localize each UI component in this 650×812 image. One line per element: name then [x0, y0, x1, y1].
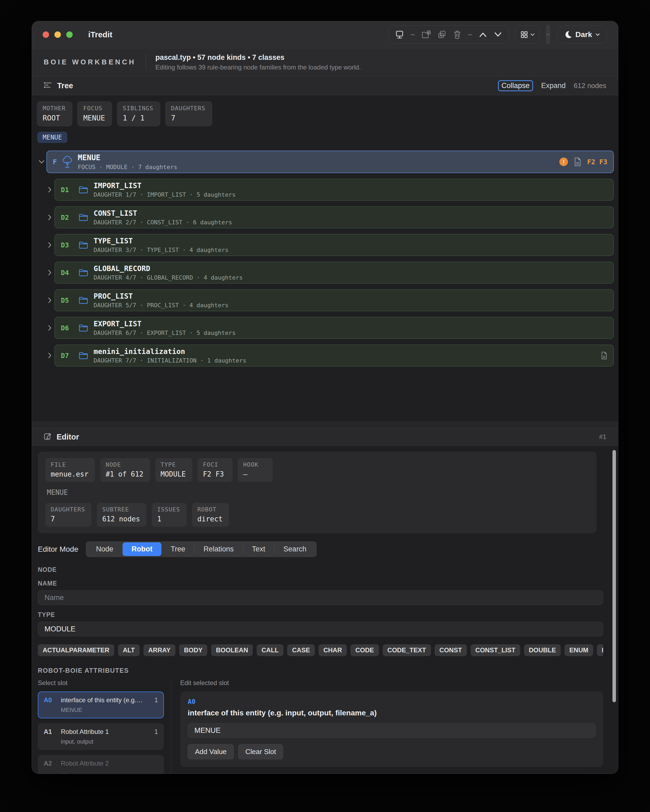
chevron-down-icon: [530, 33, 535, 37]
tree-icon: [62, 156, 72, 168]
type-chip[interactable]: CALL: [257, 644, 283, 656]
folder-icon: [79, 296, 88, 304]
daughter-node-card[interactable]: D6 EXPORT_LIST DAUGHTER 6/7 · EXPORT_LIS…: [55, 317, 614, 339]
theme-label: Dark: [575, 31, 592, 39]
tab-text[interactable]: Text: [243, 542, 275, 556]
stat-daughters: DAUGHTERS 7: [165, 101, 212, 127]
tab-node[interactable]: Node: [87, 542, 123, 556]
editor-panel: FILE menue.esr NODE #1 of 612 TYPE MODUL…: [32, 446, 618, 774]
tree-row-d2: D2 CONST_LIST DAUGHTER 2/7 · CONST_LIST …: [37, 206, 614, 228]
type-chip[interactable]: EXPORT_LIST: [597, 644, 603, 656]
chevron-down-icon[interactable]: [494, 31, 502, 38]
daughter-node-card[interactable]: D7 menini_initialization DAUGHTER 7/7 · …: [55, 345, 614, 366]
workbench-brand: BOIE WORKBENCH: [44, 58, 136, 66]
tree-panel: MOTHER ROOT FOCUS MENUE SIBLINGS 1 / 1 D…: [32, 95, 618, 421]
display-icon[interactable]: [395, 30, 404, 39]
editor-scrollbar-thumb[interactable]: [612, 450, 616, 702]
toolbar-group: [388, 26, 509, 44]
type-chip[interactable]: ACTUALPARAMETER: [38, 644, 114, 656]
minimize-window-button[interactable]: [55, 31, 61, 38]
collapse-button[interactable]: Collapse: [498, 80, 533, 91]
document-icon: [601, 351, 607, 360]
editor-mode-row: Editor Mode Node Robot Tree Relations Te…: [38, 541, 603, 557]
slot-list-column: Select slot A0 interface of this entity …: [38, 679, 164, 774]
clear-slot-button[interactable]: Clear Slot: [238, 744, 283, 759]
select-slot-label: Select slot: [38, 679, 164, 687]
chevron-right-icon[interactable]: [45, 179, 55, 201]
document-icon: [574, 157, 581, 166]
focus-node-card[interactable]: F MENUE FOCUS · MODULE · 7 daughters F2 …: [46, 151, 614, 173]
daughter-node-card[interactable]: D4 GLOBAL_RECORD DAUGHTER 4/7 · GLOBAL_R…: [55, 262, 614, 284]
type-chip[interactable]: ALT: [118, 644, 140, 656]
type-chip[interactable]: ENUM: [565, 644, 593, 656]
folder-icon: [79, 269, 88, 277]
chevron-right-icon[interactable]: [45, 234, 55, 256]
type-chip[interactable]: CHAR: [318, 644, 347, 656]
type-input[interactable]: [38, 622, 603, 636]
daughter-node-card[interactable]: D3 TYPE_LIST DAUGHTER 3/7 · TYPE_LIST · …: [55, 234, 614, 256]
grid-icon: [520, 31, 528, 39]
tree-row-d5: D5 PROC_LIST DAUGHTER 5/7 · PROC_LIST · …: [37, 289, 614, 311]
panel-gap: [32, 421, 618, 428]
layout-picker-button[interactable]: [515, 26, 539, 44]
tab-tree[interactable]: Tree: [161, 542, 195, 556]
duplicate-icon[interactable]: [437, 30, 446, 39]
type-chip[interactable]: CONST: [435, 644, 467, 656]
chevron-right-icon[interactable]: [45, 262, 55, 284]
summary-file: FILE menue.esr: [45, 458, 95, 482]
slot-a2[interactable]: A2 Robot Attribute 2 —: [38, 755, 164, 774]
edit-pencil-icon: [44, 432, 52, 441]
tab-robot[interactable]: Robot: [123, 542, 162, 556]
type-chip[interactable]: BOOLEAN: [211, 644, 253, 656]
chevron-down-icon[interactable]: [37, 151, 46, 173]
type-chip[interactable]: CASE: [287, 644, 315, 656]
type-chip[interactable]: CODE_TEXT: [383, 644, 431, 656]
editor-index: #1: [599, 433, 606, 441]
chevron-right-icon[interactable]: [45, 206, 55, 228]
slot-value-input[interactable]: [188, 723, 595, 738]
slot-a1[interactable]: A1 Robot Attribute 1 input, output 1: [38, 723, 164, 750]
stat-siblings: SIBLINGS 1 / 1: [117, 101, 160, 127]
traffic-lights: [43, 31, 73, 38]
type-chip[interactable]: DOUBLE: [524, 644, 561, 656]
zoom-window-button[interactable]: [66, 31, 73, 38]
slot-a0[interactable]: A0 interface of this entity (e.g.… MENUE…: [38, 691, 164, 718]
daughter-node-card[interactable]: D1 IMPORT_LIST DAUGHTER 1/7 · IMPORT_LIS…: [55, 179, 614, 201]
moon-icon: [564, 31, 572, 39]
summary-node: NODE #1 of 612: [100, 458, 150, 482]
stat-mother: MOTHER ROOT: [37, 101, 72, 127]
file-summary-subtitle: Editing follows 39 rule-bearing node fam…: [155, 64, 361, 71]
type-chip[interactable]: ARRAY: [143, 644, 175, 656]
name-input[interactable]: [38, 590, 603, 605]
node-summary-card: FILE menue.esr NODE #1 of 612 TYPE MODUL…: [38, 452, 597, 533]
chevron-up-icon[interactable]: [479, 31, 487, 38]
chevron-right-icon[interactable]: [45, 317, 55, 339]
tree-node-count: 612 nodes: [574, 82, 606, 90]
type-field-label: TYPE: [38, 611, 603, 618]
chevron-right-icon[interactable]: [45, 289, 55, 311]
add-value-button[interactable]: Add Value: [188, 744, 234, 759]
expand-button[interactable]: Expand: [541, 82, 566, 90]
chevron-right-icon[interactable]: [45, 345, 55, 366]
type-chip[interactable]: CODE: [350, 644, 379, 656]
tab-relations[interactable]: Relations: [195, 542, 243, 556]
daughter-node-card[interactable]: D5 PROC_LIST DAUGHTER 5/7 · PROC_LIST · …: [55, 289, 614, 311]
summary-type: TYPE MODULE: [155, 458, 192, 482]
tree-panel-header: Tree Collapse Expand 612 nodes: [32, 76, 618, 95]
theme-toggle[interactable]: Dark: [556, 26, 607, 44]
daughter-node-card[interactable]: D2 CONST_LIST DAUGHTER 2/7 · CONST_LIST …: [55, 206, 614, 228]
type-chip[interactable]: BODY: [179, 644, 207, 656]
type-chip[interactable]: CONST_LIST: [470, 644, 520, 656]
editor-mode-tabs: Node Robot Tree Relations Text Search: [86, 541, 317, 557]
edit-slot-title: interface of this entity (e.g. input, ou…: [188, 709, 595, 717]
close-window-button[interactable]: [43, 31, 49, 38]
editor-panel-title: Editor: [56, 433, 79, 441]
summary-node-name: MENUE: [47, 488, 589, 496]
robot-attributes-grid: Select slot A0 interface of this entity …: [38, 679, 603, 774]
stat-focus: FOCUS MENUE: [77, 101, 112, 127]
new-folder-icon[interactable]: [421, 31, 431, 39]
vertical-slider-handle[interactable]: [546, 25, 550, 44]
tab-search[interactable]: Search: [274, 542, 316, 556]
breadcrumb[interactable]: MENUE: [37, 132, 67, 143]
trash-icon[interactable]: [453, 30, 461, 39]
